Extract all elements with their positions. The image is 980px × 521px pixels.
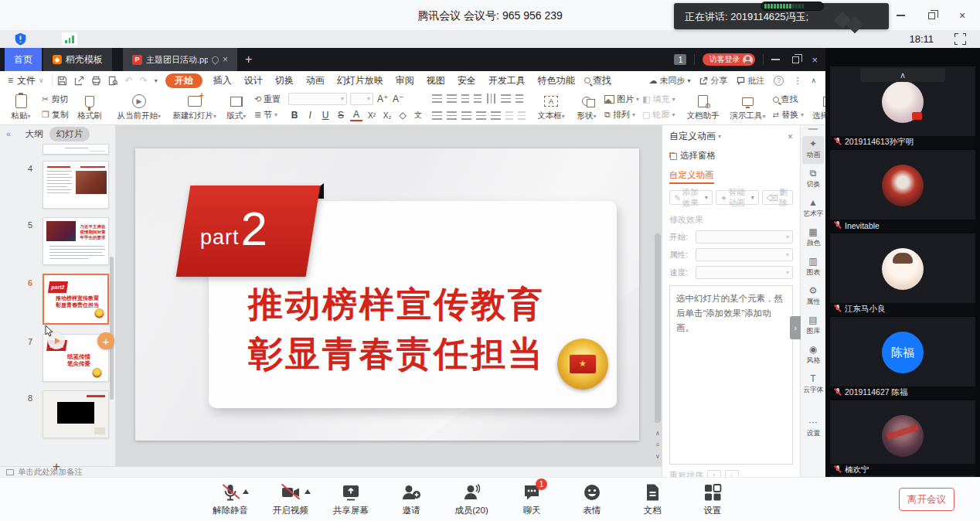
subscript-button[interactable]: X₂ [381, 111, 393, 120]
wps-restore-button[interactable] [792, 56, 799, 63]
menu-review[interactable]: 审阅 [390, 74, 420, 87]
menu-find[interactable]: 查找 [584, 74, 611, 87]
line-spacing-icon[interactable] [501, 94, 511, 103]
start-video-button[interactable]: 开启视频 [271, 482, 311, 516]
participant-tile[interactable]: 陈福 2019114627 陈福 [830, 317, 975, 398]
close-tab-icon[interactable]: × [223, 54, 228, 65]
menu-transition[interactable]: 切换 [269, 74, 300, 87]
menu-file[interactable]: 文件 [17, 74, 36, 87]
slide-nav-handle[interactable]: ≡ [656, 441, 660, 448]
increase-indent-icon[interactable] [474, 94, 481, 103]
play-from-current-button[interactable]: ▶ 从当前开始▾ [115, 92, 163, 122]
wps-close-button[interactable]: × [812, 54, 818, 66]
add-slide-button[interactable]: + [53, 459, 60, 475]
font-name-select[interactable]: ▾ [288, 93, 347, 105]
slide-editor-surface[interactable]: part 2 推动榜样宣传教育 彰显青春责任担当 [135, 148, 639, 441]
invite-button[interactable]: 邀请 [391, 482, 431, 516]
sidebar-item-wordart[interactable]: ▲艺术字 [802, 195, 824, 223]
fill-button[interactable]: ◧填充▾ [642, 94, 675, 105]
paste-button[interactable]: 粘贴▾ [3, 92, 39, 122]
slide-thumb-partial[interactable] [43, 144, 109, 155]
outline-button[interactable]: ▢轮廓▾ [642, 109, 675, 121]
tab-document[interactable]: P 主题团日活动.pptx × [123, 48, 237, 71]
textbox-button[interactable]: A 文本框▾ [533, 92, 569, 122]
delete-effect-button[interactable]: ⌫删除 [762, 190, 793, 205]
chevron-down-icon[interactable]: ▾ [718, 133, 721, 140]
tab-docer-templates[interactable]: ◆ 稻壳模板 [43, 48, 112, 71]
italic-button[interactable]: I [304, 110, 316, 121]
next-slide-button[interactable]: ∨ [655, 453, 660, 460]
slide-thumb-5[interactable]: 习近平主席在疫情期间对青年学生的要求 [43, 217, 109, 265]
property-select[interactable]: ▾ [696, 248, 793, 261]
tab-home[interactable]: 首页 [5, 48, 42, 71]
start-select[interactable]: ▾ [696, 230, 793, 243]
menu-security[interactable]: 安全 [451, 74, 482, 87]
sidebar-item-settings[interactable]: ···设置 [802, 414, 824, 442]
collapse-ribbon-icon[interactable]: ∧ [811, 77, 816, 84]
menu-animation[interactable]: 动画 [300, 74, 331, 87]
export-icon[interactable] [74, 76, 84, 86]
numbered-list-icon[interactable] [447, 94, 457, 103]
indent-right-icon[interactable] [518, 111, 526, 120]
participant-tile[interactable]: Inevitable [830, 150, 975, 231]
restore-button[interactable] [924, 9, 938, 22]
slide-title-line2[interactable]: 彰显青春责任担当 [248, 331, 545, 377]
selection-pane-link[interactable]: 选择窗格 [669, 150, 793, 162]
thumb6-add-button[interactable]: + [97, 332, 114, 349]
slide-thumb-6-selected[interactable]: part2 推动榜样宣传教育 彰显青春责任担当 [43, 274, 109, 325]
qat-more-icon[interactable]: ▾ [155, 77, 158, 84]
speed-select[interactable]: ▾ [696, 266, 793, 279]
sidebar-item-gallery[interactable]: ▤图库 [802, 312, 824, 340]
replace-button[interactable]: ⇄替换▾ [773, 109, 804, 121]
minimize-button[interactable] [893, 9, 907, 22]
align-right-icon[interactable] [461, 111, 471, 120]
burger-icon[interactable]: ≡ [8, 75, 13, 86]
reset-button[interactable]: ⟲重置 [254, 94, 281, 105]
slide-thumb-4[interactable] [43, 161, 109, 209]
chat-button[interactable]: 1 聊天 [512, 482, 552, 516]
cut-button[interactable]: ✂剪切 [42, 94, 69, 105]
align-text-icon[interactable] [516, 94, 523, 103]
undo-icon[interactable]: ↶ [125, 75, 133, 86]
menu-home[interactable]: 开始 [165, 73, 202, 88]
menu-features[interactable]: 特色功能 [532, 74, 581, 87]
find-button[interactable]: 查找 [773, 94, 804, 105]
sidebar-item-chart[interactable]: ▥图表 [802, 254, 824, 281]
collapse-participants-button[interactable]: ∧ [860, 68, 945, 82]
layout-button[interactable]: 版式▾ [222, 92, 251, 122]
text-tools-button[interactable]: 文 [412, 110, 424, 121]
collapse-panel-icon[interactable]: « [6, 129, 11, 138]
custom-animation-tab[interactable]: 自定义动画 [669, 169, 714, 184]
align-center-icon[interactable] [447, 111, 457, 120]
prev-slide-button[interactable]: ∧ [655, 430, 660, 437]
menu-insert[interactable]: 插入 [207, 74, 238, 87]
participant-tile[interactable]: 楠欢宁 [830, 400, 975, 477]
shapes-button[interactable]: 形状▾ [572, 92, 601, 122]
indent-left-icon[interactable] [505, 111, 513, 120]
increase-font-button[interactable]: A⁺ [376, 94, 389, 104]
menu-design[interactable]: 设计 [238, 74, 269, 87]
close-panel-icon[interactable]: × [788, 131, 793, 142]
bullet-list-icon[interactable] [432, 94, 442, 103]
redo-icon[interactable]: ↷ [140, 75, 148, 86]
video-options-caret[interactable] [305, 489, 311, 494]
members-button[interactable]: 成员(20) [451, 482, 492, 516]
sync-status[interactable]: ☁未同步▾ [648, 75, 690, 87]
decrease-font-button[interactable]: A⁻ [392, 94, 404, 104]
security-shield-icon[interactable] [14, 32, 27, 46]
sidebar-item-cloudfont[interactable]: T云字体 [802, 371, 824, 399]
menu-slideshow[interactable]: 幻灯片放映 [331, 74, 390, 87]
unmute-button[interactable]: 解除静音 [210, 482, 250, 516]
format-painter-button[interactable]: 格式刷 [72, 92, 107, 122]
font-color-button[interactable]: A [350, 109, 362, 121]
copy-button[interactable]: ❐复制 [42, 109, 69, 121]
emoji-button[interactable]: 表情 [572, 482, 612, 516]
comment-button[interactable]: 批注 [737, 75, 764, 87]
mic-options-caret[interactable] [243, 489, 249, 494]
fullscreen-icon[interactable] [954, 33, 966, 45]
save-icon[interactable] [57, 76, 67, 86]
leave-meeting-button[interactable]: 离开会议 [899, 488, 954, 511]
tab-slides[interactable]: 幻灯片 [49, 127, 90, 141]
sidebar-item-animation[interactable]: ✦动画 [802, 136, 824, 164]
present-tools-button[interactable]: 演示工具▾ [726, 92, 770, 122]
